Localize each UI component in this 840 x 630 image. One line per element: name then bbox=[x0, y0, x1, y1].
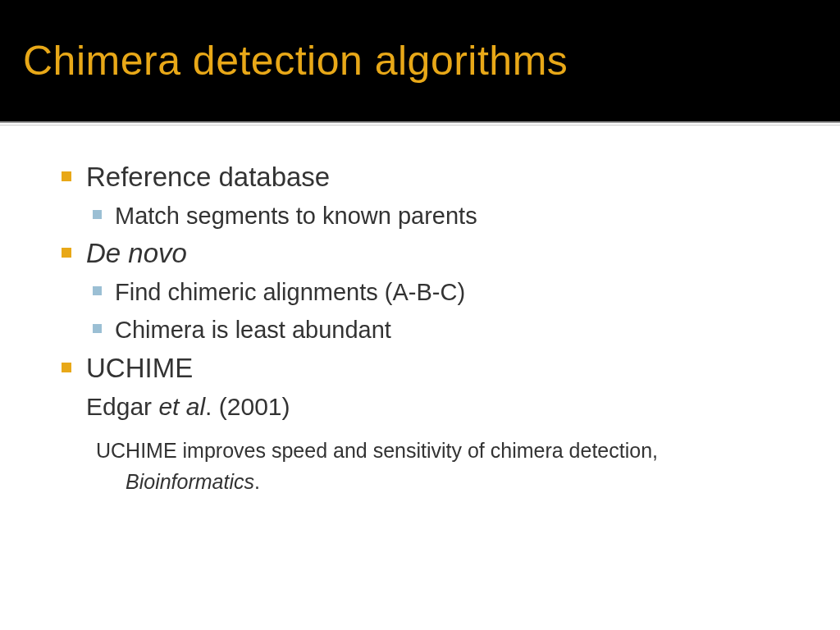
author-line: Edgar et al. (2001) bbox=[86, 390, 791, 424]
bullet-marker-orange bbox=[62, 248, 71, 258]
bullet-marker-blue bbox=[93, 324, 102, 333]
bullet-level2: Find chimeric alignments (A-B-C) bbox=[93, 276, 791, 309]
bullet-text: UCHIME bbox=[86, 351, 193, 386]
bullet-text: Find chimeric alignments (A-B-C) bbox=[115, 276, 465, 309]
author-prefix: Edgar bbox=[86, 393, 158, 420]
bullet-text: Match segments to known parents bbox=[115, 199, 477, 233]
bullet-text: Reference database bbox=[86, 160, 330, 195]
citation-journal: Bioinformatics bbox=[126, 470, 254, 493]
citation-period: . bbox=[254, 470, 260, 493]
citation-line: UCHIME improves speed and sensitivity of… bbox=[96, 436, 791, 467]
bullet-marker-blue bbox=[93, 210, 102, 219]
bullet-level2: Chimera is least abundant bbox=[93, 313, 791, 347]
author-etal: et al bbox=[158, 393, 205, 420]
bullet-level1: Reference database bbox=[62, 160, 791, 195]
bullet-text: Chimera is least abundant bbox=[115, 313, 391, 347]
slide-header: Chimera detection algorithms bbox=[0, 0, 840, 123]
bullet-marker-orange bbox=[62, 171, 71, 181]
citation-text: UCHIME improves speed and sensitivity of… bbox=[96, 439, 658, 462]
slide-title: Chimera detection algorithms bbox=[23, 37, 568, 84]
bullet-level2: Match segments to known parents bbox=[93, 199, 791, 233]
bullet-text: De novo bbox=[86, 236, 187, 272]
bullet-marker-blue bbox=[93, 286, 102, 295]
bullet-level1: De novo bbox=[62, 236, 791, 272]
bullet-marker-orange bbox=[62, 363, 71, 372]
citation-journal-line: Bioinformatics. bbox=[126, 467, 791, 498]
author-suffix: . (2001) bbox=[205, 393, 290, 420]
slide-content: Reference database Match segments to kno… bbox=[0, 123, 840, 522]
bullet-level1: UCHIME bbox=[62, 351, 791, 386]
